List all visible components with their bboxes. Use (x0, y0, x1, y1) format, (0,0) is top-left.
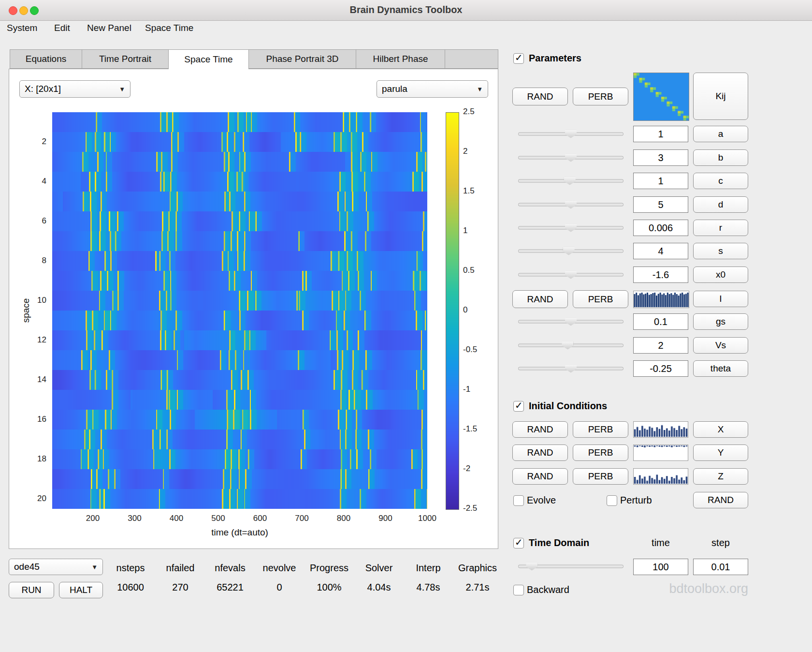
param-theta-value[interactable]: -0.25 (633, 360, 688, 377)
param-a-slider-thumb[interactable] (565, 130, 577, 138)
param-b-button[interactable]: b (693, 149, 748, 166)
param-gs-slider[interactable] (518, 316, 624, 327)
param-r-button[interactable]: r (693, 220, 748, 236)
ic-z-perb-button[interactable]: PERB (573, 468, 628, 485)
param-b-slider-thumb[interactable] (565, 154, 577, 162)
parameters-rand-button[interactable]: RAND (512, 88, 568, 105)
ic-z-thumbnail (633, 468, 688, 485)
y-tick-label: 12 (24, 335, 46, 345)
param-theta-slider[interactable] (518, 363, 624, 374)
param-Vs-slider[interactable] (518, 340, 624, 351)
app-window: Brain Dynamics Toolbox EquationsTime Por… (0, 0, 812, 652)
param-r-value[interactable]: 0.006 (633, 220, 688, 236)
colorbar-tick-label: 2 (463, 147, 492, 156)
param-c-slider-thumb[interactable] (564, 177, 576, 185)
param-c-value[interactable]: 1 (633, 173, 688, 189)
titlebar: Brain Dynamics Toolbox (0, 0, 812, 21)
ic-x-rand-button[interactable]: RAND (512, 421, 568, 438)
param-Vs-button[interactable]: Vs (693, 337, 748, 354)
x-tick-label: 600 (246, 514, 275, 523)
y-tick-label: 2 (24, 137, 46, 147)
param-r-slider-thumb[interactable] (565, 224, 577, 232)
param-a-button[interactable]: a (693, 126, 748, 142)
param-x0-slider-thumb[interactable] (565, 271, 577, 279)
ic-y-thumbnail (633, 445, 688, 461)
ic-z-rand-button[interactable]: RAND (512, 468, 568, 485)
param-c-slider[interactable] (518, 175, 624, 187)
param-gs-slider-thumb[interactable] (565, 318, 577, 326)
ic-z-button[interactable]: Z (693, 468, 748, 485)
param-s-slider[interactable] (518, 245, 624, 257)
param-x0-button[interactable]: x0 (693, 267, 748, 283)
param-b-value[interactable]: 3 (633, 149, 688, 166)
time-domain-slider[interactable] (518, 561, 624, 572)
tab-time-portrait[interactable]: Time Portrait (82, 49, 169, 69)
initial-conditions-section-label: Initial Conditions (529, 400, 607, 412)
menu-item-system[interactable]: System (7, 23, 37, 33)
param-b-slider[interactable] (518, 152, 624, 163)
param-I-button[interactable]: I (693, 291, 748, 307)
variable-select[interactable]: X: [20x1] ▼ (19, 80, 130, 98)
param-s-slider-thumb[interactable] (563, 247, 575, 255)
x-tick-label: 500 (204, 514, 233, 523)
stat-value-graphics: 2.71s (446, 582, 509, 593)
tab-hilbert-phase[interactable]: Hilbert Phase (356, 49, 445, 69)
param-gs-button[interactable]: gs (693, 313, 748, 330)
tab-bar-filler (445, 49, 498, 69)
menu-item-space-time[interactable]: Space Time (145, 23, 193, 33)
time-domain-checkbox[interactable] (513, 538, 524, 548)
param-Vs-value[interactable]: 2 (633, 337, 688, 354)
kij-button[interactable]: Kij (693, 73, 748, 120)
tab-phase-portrait-3d[interactable]: Phase Portrait 3D (248, 49, 356, 69)
param-d-slider[interactable] (518, 199, 624, 210)
param-x0-value[interactable]: -1.6 (633, 267, 688, 283)
param-gs-value[interactable]: 0.1 (633, 313, 688, 330)
tab-equations[interactable]: Equations (10, 49, 82, 69)
menu-item-edit[interactable]: Edit (54, 23, 70, 33)
menu-item-new-panel[interactable]: New Panel (87, 23, 131, 33)
param-a-slider[interactable] (518, 128, 624, 140)
tab-bar: EquationsTime PortraitSpace TimePhase Po… (10, 49, 498, 69)
time-domain-slider-thumb[interactable] (526, 563, 537, 571)
backward-checkbox[interactable] (513, 585, 524, 595)
step-value-field[interactable]: 0.01 (693, 559, 748, 575)
ic-x-thumbnail (633, 421, 688, 438)
time-value-field[interactable]: 100 (633, 559, 688, 575)
param-r-slider[interactable] (518, 222, 624, 234)
run-button[interactable]: RUN (9, 582, 54, 598)
parameters-checkbox[interactable] (513, 53, 524, 64)
y-tick-label: 20 (24, 494, 46, 504)
ic-x-perb-button[interactable]: PERB (573, 421, 628, 438)
current-perb-button[interactable]: PERB (573, 290, 628, 308)
evolve-label: Evolve (527, 495, 556, 506)
param-x0-slider[interactable] (518, 269, 624, 281)
param-Vs-slider-thumb[interactable] (562, 341, 573, 350)
perturb-checkbox[interactable] (607, 495, 617, 506)
solver-select[interactable]: ode45 ▼ (9, 559, 103, 575)
ic-y-button[interactable]: Y (693, 445, 748, 461)
current-rand-button[interactable]: RAND (512, 290, 568, 308)
stat-label-graphics: Graphics (446, 563, 509, 574)
param-d-button[interactable]: d (693, 196, 748, 213)
tab-space-time[interactable]: Space Time (168, 49, 249, 69)
initial-conditions-checkbox[interactable] (513, 401, 524, 412)
param-a-value[interactable]: 1 (633, 126, 688, 142)
param-theta-button[interactable]: theta (693, 360, 748, 377)
evolve-checkbox[interactable] (513, 495, 524, 506)
parameters-perb-button[interactable]: PERB (573, 88, 628, 105)
halt-button[interactable]: HALT (59, 582, 103, 598)
ic-y-rand-button[interactable]: RAND (512, 445, 568, 461)
param-d-slider-thumb[interactable] (565, 201, 577, 209)
param-theta-slider-thumb[interactable] (565, 365, 577, 373)
backward-label: Backward (527, 584, 569, 595)
ic-rand-all-button[interactable]: RAND (693, 492, 748, 508)
ic-x-button[interactable]: X (693, 421, 748, 438)
colormap-select[interactable]: parula ▼ (377, 80, 488, 98)
param-d-value[interactable]: 5 (633, 196, 688, 213)
colorbar-tick-label: 0.5 (463, 266, 492, 275)
param-s-button[interactable]: s (693, 243, 748, 259)
param-s-value[interactable]: 4 (633, 243, 688, 259)
param-c-button[interactable]: c (693, 173, 748, 189)
step-label: step (693, 537, 748, 548)
ic-y-perb-button[interactable]: PERB (573, 445, 628, 461)
